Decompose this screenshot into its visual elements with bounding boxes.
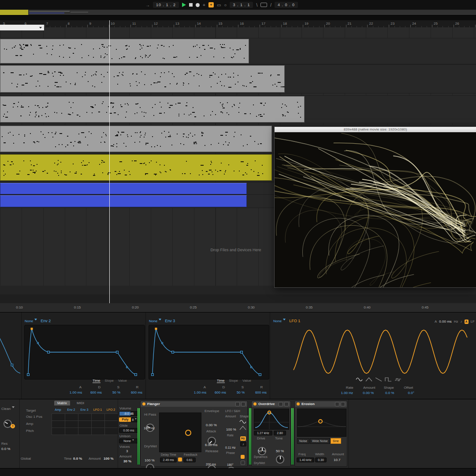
tone-value[interactable]: 50 % — [276, 449, 284, 454]
voices-value[interactable]: 3 — [126, 449, 128, 454]
poly-mode-button[interactable]: Poly — [119, 417, 131, 422]
matrix-cell[interactable] — [92, 414, 104, 420]
tab-slope[interactable]: Slope — [229, 379, 238, 383]
hot-swap-icon[interactable] — [235, 402, 240, 406]
lfo-param-values[interactable]: 1.00 Hz0.00 %0.0 %0.0° — [336, 391, 422, 395]
note-sync-toggle[interactable]: ♪ — [240, 442, 246, 446]
tab-time[interactable]: Time — [217, 379, 224, 383]
envelope-breakpoint[interactable] — [172, 351, 174, 353]
midi-clip[interactable] — [0, 96, 305, 123]
play-button[interactable] — [182, 3, 186, 7]
hipass-value[interactable]: 100 Hz — [144, 426, 155, 431]
lfo1-target-selector[interactable]: None — [273, 319, 286, 323]
automation-arm-icon[interactable]: ▭ — [217, 3, 221, 7]
loop-button[interactable] — [260, 3, 267, 7]
env3-label[interactable]: Env 3 — [165, 319, 175, 323]
envelope-breakpoint[interactable] — [259, 374, 261, 376]
xy-handle[interactable] — [185, 430, 191, 436]
matrix-cell[interactable] — [105, 428, 118, 435]
envelope-breakpoint[interactable] — [155, 328, 157, 330]
note-sync-icon[interactable]: ♪ — [461, 320, 462, 324]
envelope-breakpoint[interactable] — [241, 351, 243, 353]
sine-shape-icon[interactable] — [239, 419, 246, 424]
od-freq-value[interactable]: 1.27 kHz — [254, 431, 272, 435]
envelope-breakpoint[interactable] — [37, 342, 39, 344]
triangle-shape-icon[interactable] — [365, 377, 372, 382]
device-on-icon[interactable] — [142, 402, 145, 405]
mode-noise[interactable]: Noise — [297, 438, 309, 444]
loop-length-display[interactable]: 4 . 0 . 0 — [275, 2, 298, 8]
delay-time-value[interactable]: 2.49 ms — [160, 457, 177, 462]
hz-toggle[interactable]: Hz — [240, 436, 246, 441]
device-on-icon[interactable] — [253, 402, 257, 405]
matrix-cell[interactable] — [65, 428, 78, 435]
phase-value[interactable]: 180° — [227, 463, 233, 467]
env2-display[interactable] — [24, 325, 145, 379]
save-preset-icon[interactable] — [241, 402, 245, 406]
lfo-waveform-display[interactable] — [292, 323, 469, 380]
amount-mode-badge[interactable]: A — [465, 320, 469, 324]
audio-clip[interactable] — [0, 183, 247, 194]
square-shape-icon[interactable] — [385, 377, 392, 382]
rate-value[interactable]: 0.11 Hz — [225, 446, 236, 450]
freq-value[interactable]: 1.40 kHz — [297, 457, 314, 462]
loop-start-display[interactable]: 3 . 1 . 1 — [230, 2, 253, 8]
midi-clip[interactable] — [0, 65, 285, 93]
env3-target-selector[interactable]: None — [149, 319, 161, 323]
envelope-breakpoint[interactable] — [48, 351, 50, 353]
feedback-value[interactable]: 0.61 — [183, 457, 196, 462]
matrix-cell[interactable] — [92, 428, 104, 435]
env2-target-selector[interactable]: None — [25, 319, 37, 323]
stop-button[interactable] — [189, 3, 193, 7]
env3-display[interactable] — [149, 325, 269, 379]
overdub-button[interactable]: + — [208, 2, 214, 7]
hot-swap-icon[interactable] — [335, 402, 339, 406]
midi-clip[interactable] — [0, 126, 272, 152]
arrangement-position-display[interactable]: 10 . 1 . 2 — [153, 2, 179, 8]
tab-midi[interactable]: MIDI — [74, 401, 87, 405]
release-value[interactable]: 200 ms — [206, 462, 216, 467]
empty-device-chain[interactable] — [348, 399, 476, 469]
lfo-shape-icons[interactable] — [239, 419, 246, 431]
playhead[interactable] — [109, 20, 110, 303]
arrangement-overview[interactable] — [0, 10, 476, 15]
er-amount-value[interactable]: 10.7 — [334, 458, 341, 462]
tab-slope[interactable]: Slope — [105, 379, 114, 383]
tab-matrix[interactable]: Matrix — [54, 401, 70, 405]
matrix-cell[interactable] — [105, 421, 118, 428]
matrix-cell[interactable] — [65, 421, 78, 428]
phase-sync-toggle[interactable] — [241, 455, 245, 459]
midi-clip[interactable] — [0, 39, 249, 63]
feedback-invert-toggle[interactable] — [178, 457, 182, 461]
matrix-cell[interactable] — [52, 428, 65, 435]
device-on-icon[interactable] — [297, 402, 300, 405]
erosion-header[interactable]: Erosion — [295, 401, 347, 407]
flanger-header[interactable]: Flanger — [141, 401, 247, 407]
envelope-breakpoint[interactable] — [135, 374, 137, 376]
new-take-icon[interactable]: + — [203, 3, 205, 7]
matrix-cell[interactable] — [65, 414, 78, 420]
envelope-breakpoint[interactable] — [116, 351, 119, 353]
time-value[interactable]: 0.0 % — [73, 457, 82, 461]
triangle-shape-icon[interactable] — [239, 425, 246, 431]
matrix-cell[interactable] — [105, 414, 118, 420]
env3-param-values[interactable]: 1.00 ms600 ms50 %600 ms — [190, 390, 271, 394]
attack-value[interactable]: 6.00 ms — [205, 443, 217, 447]
col-amp[interactable]: Amp — [52, 408, 64, 411]
env2-label[interactable]: Env 2 — [41, 319, 51, 323]
mode-sine[interactable]: Sine — [331, 438, 341, 444]
res-value[interactable]: 0.0 % — [1, 447, 10, 451]
unison-selector[interactable]: None — [119, 439, 138, 443]
envelope-breakpoint[interactable] — [27, 374, 30, 376]
punch-out-icon[interactable]: / — [270, 3, 271, 7]
matrix-cell[interactable] — [78, 428, 91, 435]
erosion-display[interactable] — [297, 409, 346, 437]
matrix-cell[interactable] — [52, 414, 65, 420]
midi-clip[interactable] — [0, 154, 272, 181]
video-window[interactable]: 839x488 (native movie size: 1920x1080) — [275, 127, 476, 287]
tab-time[interactable]: Time — [93, 379, 100, 383]
col-lfo2[interactable]: LFO 2 — [104, 408, 117, 411]
filter-preset-selector[interactable]: Clean — [1, 406, 15, 411]
tab-value[interactable]: Value — [242, 379, 251, 383]
env2-param-values[interactable]: 1.00 ms600 ms50 %600 ms — [66, 390, 147, 394]
